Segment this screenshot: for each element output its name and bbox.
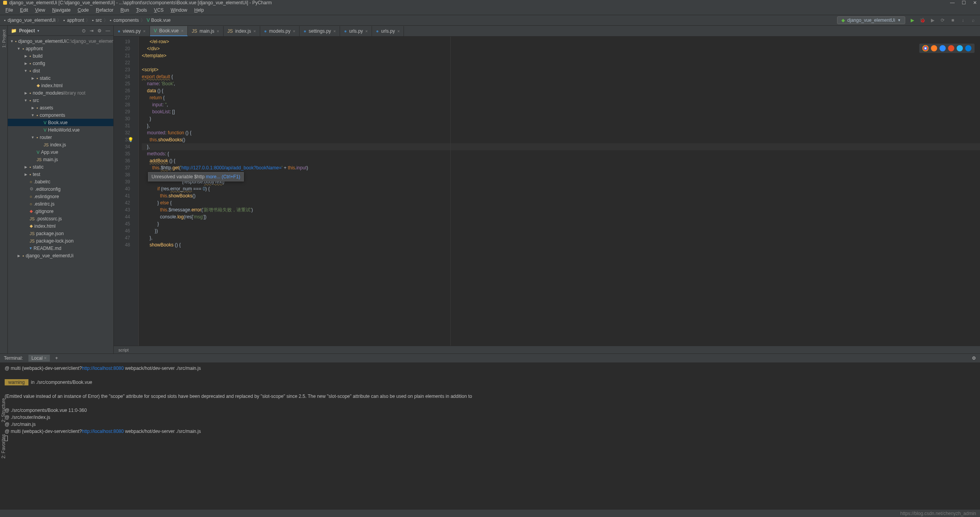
code-line[interactable]: this.$http.get('http://127.0.0.1:8000/ap… <box>142 164 980 171</box>
profile-button[interactable]: ⟳ <box>939 17 946 23</box>
tree-node[interactable]: ▼▪django_vue_elementUi C:\django_vue_ele… <box>8 37 113 45</box>
safari-icon[interactable] <box>939 45 946 51</box>
code-line[interactable]: }) <box>142 227 980 234</box>
tree-node[interactable]: ▶▪node_modules library root <box>8 89 113 97</box>
tree-node[interactable]: ▼▪src <box>8 97 113 104</box>
coverage-button[interactable]: ▶ <box>929 17 936 23</box>
code-line[interactable]: }, <box>142 143 980 150</box>
menu-navigate[interactable]: Navigate <box>49 7 74 14</box>
tree-node[interactable]: ◆index.html <box>8 222 113 230</box>
debug-button[interactable]: 🐞 <box>919 17 925 23</box>
breadcrumb-item[interactable]: ▪ appfront <box>63 18 84 23</box>
code-line[interactable]: data () { <box>142 87 980 94</box>
tree-node[interactable]: ⚙.editorconfig <box>8 185 113 193</box>
breadcrumb-item[interactable]: ▪ src <box>92 18 102 23</box>
editor-tab[interactable]: ● views.py × <box>114 26 150 36</box>
code-line[interactable]: this.showBooks() <box>142 192 980 199</box>
tree-node[interactable]: VHelloWorld.vue <box>8 126 113 134</box>
menu-edit[interactable]: Edit <box>17 7 31 14</box>
code-line[interactable]: } else { <box>142 199 980 206</box>
tool-project-tab[interactable]: 1: Project <box>2 30 6 47</box>
code-line[interactable]: </el-row> <box>142 38 980 45</box>
tree-node[interactable]: JSpackage-lock.json <box>8 237 113 244</box>
code-line[interactable]: </template> <box>142 52 980 59</box>
breadcrumb-item[interactable]: V Book.vue <box>147 18 171 23</box>
project-tree[interactable]: ▼▪django_vue_elementUi C:\django_vue_ele… <box>8 36 113 353</box>
menu-view[interactable]: View <box>32 7 48 14</box>
editor[interactable]: 1920212223242526272829303132333435363738… <box>114 37 980 346</box>
menu-refactor[interactable]: Refactor <box>93 7 116 14</box>
tree-node[interactable]: ▶▪assets <box>8 104 113 111</box>
maximize-button[interactable]: ☐ <box>962 0 966 5</box>
code-line[interactable]: export default { <box>142 73 980 80</box>
tree-node[interactable]: JSmain.js <box>8 156 113 163</box>
edge-icon[interactable] <box>965 45 971 51</box>
code-line[interactable]: return { <box>142 94 980 101</box>
terminal-tab[interactable]: Local × <box>28 355 50 362</box>
menu-window[interactable]: Window <box>167 7 190 14</box>
tree-node[interactable]: ▶▪django_vue_elementUi <box>8 252 113 259</box>
menu-code[interactable]: Code <box>74 7 92 14</box>
editor-tab[interactable]: ● urls.py × <box>340 26 372 36</box>
breadcrumb-item[interactable]: ▪ components <box>110 18 139 23</box>
tree-node[interactable]: ▾README.md <box>8 244 113 252</box>
tool-favorites-tab[interactable]: 2: Favorites <box>1 434 6 459</box>
code-line[interactable]: }, <box>142 122 980 129</box>
tree-node[interactable]: ○.babelrc <box>8 178 113 185</box>
code-line[interactable]: } <box>142 115 980 122</box>
tool-structure-tab[interactable]: 2: Structure <box>1 398 6 422</box>
editor-tab[interactable]: ● settings.py × <box>300 26 340 36</box>
tree-node[interactable]: ▶▪config <box>8 60 113 67</box>
opera-icon[interactable] <box>948 45 954 51</box>
code-line[interactable]: console.log(res['msg']) <box>142 213 980 220</box>
code-line[interactable]: bookList: [] <box>142 108 980 115</box>
tree-node[interactable]: ○.eslintrc.js <box>8 200 113 208</box>
tree-node[interactable]: ▼▪router <box>8 134 113 141</box>
menu-file[interactable]: File <box>2 7 16 14</box>
code-line[interactable]: addBook () { <box>142 157 980 164</box>
code-line[interactable]: showBooks () { <box>142 241 980 248</box>
tree-node[interactable]: ◆.gitignore <box>8 208 113 215</box>
search-everywhere-button[interactable]: ⌕ <box>970 17 976 23</box>
code-line[interactable]: 💡 this.showBooks() <box>142 136 980 143</box>
tree-node[interactable]: ▶▪build <box>8 52 113 60</box>
close-button[interactable]: ✕ <box>973 0 977 5</box>
minimize-button[interactable]: — <box>950 0 955 5</box>
tree-node[interactable]: ▶▪test <box>8 171 113 178</box>
code-line[interactable]: </div> <box>142 45 980 52</box>
collapse-all-icon[interactable]: ⇥ <box>90 28 93 33</box>
code-line[interactable]: this.$message.error('新增书籍失败，请重试')​ <box>142 206 980 213</box>
code-line[interactable]: methods: { <box>142 150 980 157</box>
firefox-icon[interactable] <box>931 45 937 51</box>
code-line[interactable]: if (res.error_num === 0) { <box>142 185 980 192</box>
project-view-selector[interactable]: ▾ <box>37 29 39 33</box>
tree-node[interactable]: ○.eslintignore <box>8 193 113 200</box>
terminal-add-tab[interactable]: + <box>55 355 58 361</box>
hide-panel-icon[interactable]: — <box>106 28 110 33</box>
code-line[interactable]: <script> <box>142 66 980 73</box>
tree-node[interactable]: JS.postcssrc.js <box>8 215 113 222</box>
run-button[interactable]: ▶ <box>909 17 915 23</box>
breadcrumb-item[interactable]: ▪ django_vue_elementUi <box>4 18 55 23</box>
editor-tab[interactable]: JS index.js × <box>224 26 260 36</box>
update-button[interactable]: ↓ <box>960 17 966 23</box>
editor-tab[interactable]: ● urls.py × <box>372 26 404 36</box>
tree-node[interactable]: ▼▪dist <box>8 67 113 74</box>
stop-button[interactable]: ■ <box>950 17 956 23</box>
ie-icon[interactable] <box>957 45 963 51</box>
code-line[interactable]: input: '', <box>142 101 980 108</box>
tree-node[interactable]: ▶▪static <box>8 74 113 82</box>
chrome-icon[interactable] <box>922 45 929 51</box>
code-line[interactable]: name: 'Book', <box>142 80 980 87</box>
terminal-settings-icon[interactable]: ⚙ <box>972 355 976 361</box>
settings-icon[interactable]: ⚙ <box>97 28 102 33</box>
menu-vcs[interactable]: VCS <box>151 7 167 14</box>
tree-node[interactable]: VBook.vue <box>8 119 113 126</box>
editor-tab[interactable]: ● models.py × <box>260 26 300 36</box>
run-config-selector[interactable]: ◆ django_vue_elementUi ▼ <box>837 16 905 24</box>
breadcrumb[interactable]: ▪ django_vue_elementUi〉▪ appfront〉▪ src〉… <box>4 17 171 24</box>
tree-node[interactable]: ▼▪components <box>8 111 113 119</box>
menu-help[interactable]: Help <box>191 7 207 14</box>
code-line[interactable]: } <box>142 220 980 227</box>
editor-breadcrumb[interactable]: script <box>114 346 980 353</box>
